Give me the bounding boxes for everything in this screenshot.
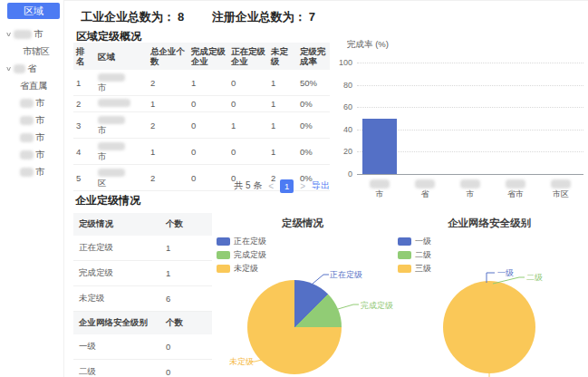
- row-label: 正在定级: [73, 236, 160, 261]
- tree-node-suffix: 市: [35, 131, 44, 144]
- tree-node-province[interactable]: ∨ 省: [0, 60, 63, 77]
- pagination-page-1[interactable]: 1: [280, 179, 294, 193]
- col-completed: 完成定级企业: [188, 43, 228, 70]
- tree-node-city[interactable]: 市: [0, 163, 63, 180]
- table-header-row: 企业网络安全级别 个数: [73, 312, 212, 335]
- region-suffix: 市: [98, 151, 107, 161]
- tree-node-city[interactable]: 市: [0, 146, 63, 163]
- legend-item-unrated[interactable]: 未定级: [217, 262, 266, 276]
- pagination-next-icon[interactable]: >: [300, 181, 305, 191]
- redacted-region-name: [20, 116, 34, 125]
- redacted-region-name: [370, 179, 390, 188]
- pie-callout-level1: 一级: [497, 267, 514, 279]
- table-row: 正在定级 1: [73, 236, 212, 261]
- rating-pie[interactable]: [247, 280, 342, 374]
- table-header-row: 定级情况 个数: [73, 213, 212, 236]
- cell-rate: 0%: [297, 112, 330, 139]
- x-category-suffix: 省: [421, 189, 429, 198]
- x-category-suffix: 省市: [507, 189, 524, 198]
- legend-label: 二级: [415, 249, 431, 261]
- legend-swatch-blue: [217, 237, 230, 246]
- table-row: 二级 0: [73, 360, 212, 377]
- col-region: 区域: [95, 43, 148, 70]
- tree-node-municipal-district[interactable]: 市辖区: [0, 43, 63, 60]
- legend-item-level2[interactable]: 二级: [398, 248, 431, 262]
- y-axis-label: 完成率 (%): [347, 39, 389, 51]
- x-category: 市: [448, 179, 493, 198]
- redacted-region-name: [460, 179, 480, 188]
- tree-node-city[interactable]: ∨ 市: [0, 25, 63, 43]
- table-row: 一级 0: [73, 334, 212, 360]
- legend-label: 完成定级: [234, 249, 266, 261]
- legend-item-level3[interactable]: 三级: [398, 262, 431, 276]
- x-category: 省市: [493, 179, 538, 198]
- tree-node-city[interactable]: 市: [0, 94, 63, 111]
- legend-item-in-progress[interactable]: 正在定级: [217, 235, 266, 248]
- tree-node-suffix: 市: [35, 149, 44, 161]
- tree-node-suffix: 市: [35, 166, 44, 179]
- cell-unrated: 1: [268, 96, 297, 112]
- registered-total-label: 注册企业总数为：: [212, 10, 306, 24]
- region-tree: ∨ 市 市辖区 ∨ 省 省直属 市 市: [0, 25, 63, 180]
- x-category-suffix: 市区: [553, 189, 569, 198]
- sidebar-header-region[interactable]: 区域: [7, 3, 60, 19]
- tree-node-province-direct[interactable]: 省直属: [0, 77, 63, 94]
- cell-in-progress: 0: [228, 96, 268, 112]
- pie-callout-level2: 二级: [526, 272, 543, 284]
- x-category: 市区: [538, 179, 583, 198]
- redacted-region-name: [14, 64, 25, 73]
- pagination-total: 共 5 条: [234, 179, 262, 192]
- chevron-down-icon[interactable]: ∨: [5, 65, 12, 72]
- bar-chart-bars: [357, 63, 583, 174]
- cell-rate: 0%: [297, 96, 330, 112]
- export-link[interactable]: 导出: [312, 179, 330, 192]
- redacted-region-name: [98, 73, 125, 82]
- col-rating-status: 定级情况: [73, 213, 160, 236]
- cell-completed: 1: [188, 70, 228, 96]
- enterprise-summary-table: 定级情况 个数 正在定级 1 完成定级 1 未定级 6 企业网络安全级别 个数 …: [73, 213, 212, 377]
- col-rank: 排名: [73, 43, 95, 70]
- redacted-region-name: [98, 169, 125, 177]
- x-category-suffix: 市: [376, 189, 384, 198]
- table-header-row: 排名 区域 总企业个数 完成定级企业 正在定级企业 未定级 定级完成率: [73, 43, 330, 70]
- pagination: 共 5 条 < 1 > 导出: [73, 179, 330, 193]
- security-pie[interactable]: [443, 281, 535, 373]
- tree-node-city[interactable]: 市: [0, 111, 63, 129]
- cell-completed: 0: [188, 139, 228, 165]
- tree-node-label: 市辖区: [23, 45, 50, 58]
- table-row: 未定级 6: [73, 286, 212, 312]
- legend-item-level1[interactable]: 一级: [398, 235, 431, 248]
- cell-total: 2: [148, 112, 188, 139]
- cell-region: 市: [95, 139, 148, 165]
- tree-node-suffix: 市: [35, 114, 44, 127]
- redacted-region-name: [98, 99, 130, 107]
- x-category-suffix: 市: [467, 189, 475, 198]
- row-value: 1: [160, 236, 212, 261]
- row-label: 完成定级: [73, 261, 160, 286]
- completion-rate-bar-chart: 完成率 (%) 100 80 60 40 20 0 市 省 市 省市 市区: [336, 37, 586, 198]
- pie-title: 企业网络安全级别: [392, 217, 586, 230]
- tree-node-city[interactable]: 市: [0, 129, 63, 146]
- redacted-region-name: [98, 116, 125, 124]
- tree-node-suffix: 省: [27, 63, 36, 75]
- col-count: 个数: [160, 213, 212, 236]
- cell-region: 市: [95, 70, 148, 96]
- security-level-pie-chart: 企业网络安全级别 一级 二级 三级 一级 二级: [392, 211, 586, 377]
- pagination-prev-icon[interactable]: <: [268, 181, 274, 191]
- bar-chart-plot: 100 80 60 40 20 0: [357, 63, 583, 175]
- redacted-region-name: [20, 168, 34, 177]
- y-tick: 80: [331, 81, 352, 90]
- tree-node-suffix: 市: [34, 28, 43, 41]
- tree-node-suffix: 市: [35, 97, 44, 110]
- bar-chart-x-labels: 市 省 市 省市 市区: [357, 179, 583, 198]
- legend-item-completed[interactable]: 完成定级: [217, 248, 266, 262]
- row-label: 一级: [73, 334, 160, 360]
- chevron-down-icon[interactable]: ∨: [5, 31, 12, 38]
- bar[interactable]: [362, 119, 397, 175]
- table-row: 1 市 2 1 0 1 50%: [73, 70, 330, 96]
- row-value: 0: [160, 360, 212, 377]
- cell-region: [95, 96, 148, 112]
- pie-callout-in-progress: 正在定级: [330, 269, 362, 281]
- summary-stats: 工业企业总数为：8 注册企业总数为：7: [81, 9, 315, 25]
- legend-swatch-green: [217, 251, 230, 259]
